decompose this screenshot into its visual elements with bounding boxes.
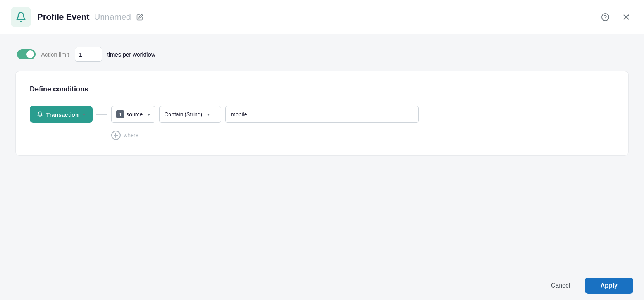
- header-icon-wrap: [11, 7, 31, 27]
- transaction-label: Transaction: [46, 111, 79, 118]
- modal-header: Profile Event Unnamed: [0, 0, 644, 34]
- action-limit-label: Action limit: [41, 51, 69, 58]
- edit-icon: [136, 14, 143, 21]
- action-limit-input[interactable]: [75, 47, 102, 62]
- header-actions: [598, 10, 633, 24]
- transaction-bell-icon: [37, 111, 43, 117]
- action-limit-row: Action limit times per workflow: [15, 47, 629, 62]
- transaction-button[interactable]: Transaction: [30, 106, 93, 123]
- conditions-title: Define conditions: [30, 85, 614, 93]
- close-button[interactable]: [619, 10, 633, 24]
- plus-icon: [114, 133, 118, 138]
- where-row[interactable]: where: [111, 131, 614, 140]
- source-chevron-icon: [147, 114, 150, 116]
- condition-row: T source Contain (String): [111, 106, 614, 123]
- conditions-body: Transaction T source: [30, 106, 614, 140]
- modal-container: Profile Event Unnamed: [0, 0, 644, 300]
- bell-icon: [15, 12, 26, 22]
- transaction-chevron-icon: [83, 114, 86, 116]
- where-label: where: [124, 132, 138, 138]
- conditions-right: T source Contain (String): [111, 106, 614, 140]
- connector-vertical: [96, 114, 96, 124]
- action-limit-toggle[interactable]: [17, 49, 36, 59]
- edit-name-button[interactable]: [135, 12, 145, 22]
- source-label: source: [126, 111, 143, 117]
- page-title: Profile Event: [37, 12, 89, 22]
- close-icon: [622, 13, 630, 21]
- connector-horizontal-bottom: [96, 124, 107, 124]
- conditions-panel: Define conditions Transaction: [15, 71, 629, 156]
- times-per-workflow-label: times per workflow: [107, 51, 155, 58]
- operator-chevron-icon: [207, 114, 210, 116]
- help-button[interactable]: [598, 10, 612, 24]
- cancel-button[interactable]: Cancel: [542, 278, 580, 294]
- modal-footer: Cancel Apply: [0, 271, 644, 300]
- operator-dropdown[interactable]: Contain (String): [159, 106, 221, 123]
- content-area: Action limit times per workflow Define c…: [0, 34, 644, 271]
- source-dropdown[interactable]: T source: [111, 106, 155, 123]
- header-subtitle: Unnamed: [94, 12, 131, 22]
- connector-horizontal-top: [96, 114, 107, 115]
- help-icon: [601, 13, 610, 21]
- operator-label: Contain (String): [164, 111, 202, 117]
- value-input[interactable]: [225, 106, 419, 123]
- add-condition-button[interactable]: [111, 131, 121, 140]
- apply-button[interactable]: Apply: [585, 278, 633, 294]
- tree-connector: [96, 106, 108, 140]
- source-type-icon: T: [116, 110, 124, 118]
